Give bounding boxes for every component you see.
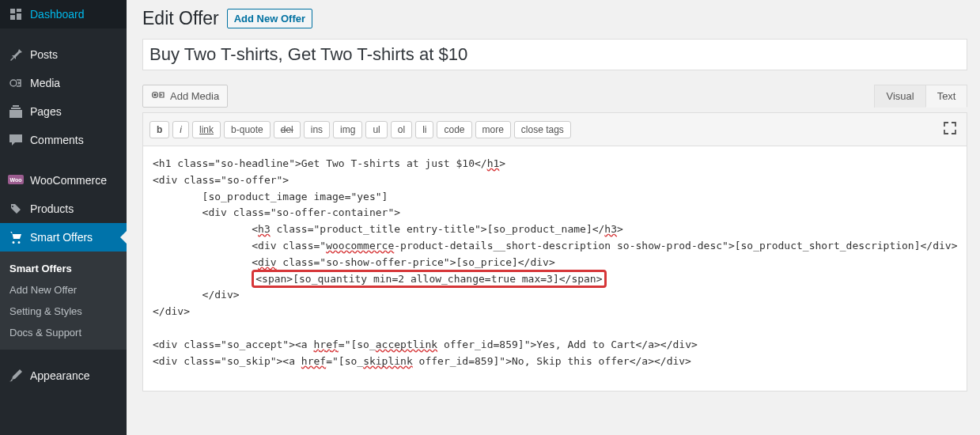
svg-text:Woo: Woo: [9, 177, 21, 183]
content-textarea[interactable]: <h1 class="so-headline">Get Two T-shirts…: [142, 146, 967, 392]
qt-link-button[interactable]: link: [192, 121, 221, 138]
sidebar-item-woocommerce[interactable]: Woo WooCommerce: [0, 166, 127, 195]
sidebar-item-label: Smart Offers: [30, 231, 93, 244]
highlighted-shortcode: <span>[so_quantity min=2 allow_change=tr…: [252, 270, 606, 288]
sidebar-item-appearance[interactable]: Appearance: [0, 361, 127, 390]
sidebar-item-dashboard[interactable]: Dashboard: [0, 0, 127, 28]
sidebar-item-pages[interactable]: Pages: [0, 97, 127, 126]
woocommerce-icon: Woo: [8, 172, 24, 188]
add-media-button[interactable]: Add Media: [142, 85, 228, 108]
sidebar-item-posts[interactable]: Posts: [0, 40, 127, 69]
sidebar-item-label: Dashboard: [30, 8, 85, 21]
admin-sidebar: Dashboard Posts Media Pages Comments Woo…: [0, 0, 127, 435]
add-media-label: Add Media: [170, 90, 219, 102]
dashboard-icon: [8, 6, 24, 22]
media-icon: [8, 75, 24, 91]
main-content: Edit Offer Add New Offer Add Media Visua…: [127, 0, 980, 435]
svg-point-4: [154, 94, 156, 96]
qt-li-button[interactable]: li: [415, 121, 433, 138]
qt-bold-button[interactable]: b: [149, 121, 169, 138]
qt-ul-button[interactable]: ul: [365, 121, 387, 138]
qt-del-button[interactable]: del: [274, 121, 301, 138]
editor-tabs: Visual Text: [875, 85, 967, 108]
sidebar-item-label: Posts: [30, 48, 58, 61]
submenu-item-setting-styles[interactable]: Setting & Styles: [0, 301, 127, 322]
sidebar-item-comments[interactable]: Comments: [0, 126, 127, 154]
submenu-item-add-new-offer[interactable]: Add New Offer: [0, 279, 127, 301]
sidebar-item-label: Appearance: [30, 369, 90, 382]
sidebar-separator: [0, 354, 127, 357]
qt-code-button[interactable]: code: [437, 121, 471, 138]
sidebar-separator: [0, 158, 127, 162]
brush-icon: [8, 368, 24, 384]
sidebar-item-label: WooCommerce: [30, 174, 107, 187]
qt-img-button[interactable]: img: [333, 121, 362, 138]
sidebar-submenu: Smart Offers Add New Offer Setting & Sty…: [0, 252, 127, 350]
editor-code-content: <h1 class="so-headline">Get Two T-shirts…: [153, 156, 957, 369]
qt-more-button[interactable]: more: [475, 121, 511, 138]
svg-point-0: [10, 80, 17, 86]
fullscreen-icon[interactable]: [940, 118, 960, 141]
page-title: Edit Offer: [142, 8, 219, 29]
qt-close-tags-button[interactable]: close tags: [514, 121, 571, 138]
comments-icon: [8, 132, 24, 148]
sidebar-item-label: Products: [30, 202, 74, 215]
qt-italic-button[interactable]: i: [172, 121, 189, 138]
tab-text[interactable]: Text: [925, 85, 968, 108]
sidebar-item-products[interactable]: Products: [0, 195, 127, 223]
tab-visual[interactable]: Visual: [874, 85, 925, 108]
submenu-item-smart-offers[interactable]: Smart Offers: [0, 258, 127, 279]
qt-ol-button[interactable]: ol: [391, 121, 412, 138]
pages-icon: [8, 104, 24, 119]
post-title-input[interactable]: [142, 39, 967, 70]
sidebar-item-smart-offers[interactable]: Smart Offers: [0, 223, 127, 252]
sidebar-separator: [0, 32, 127, 36]
products-icon: [8, 201, 24, 217]
pin-icon: [8, 47, 24, 62]
sidebar-item-label: Media: [30, 77, 60, 89]
submenu-item-docs-support[interactable]: Docs & Support: [0, 322, 127, 343]
qt-bquote-button[interactable]: b-quote: [224, 121, 271, 138]
page-header: Edit Offer Add New Offer: [142, 8, 967, 29]
sidebar-item-label: Comments: [30, 134, 84, 146]
camera-music-icon: [151, 89, 165, 103]
sidebar-item-label: Pages: [30, 105, 62, 118]
quicktags-toolbar: b i link b-quote del ins img ul ol li co…: [142, 112, 967, 146]
cart-icon: [8, 229, 24, 245]
add-new-offer-button[interactable]: Add New Offer: [227, 9, 312, 28]
qt-ins-button[interactable]: ins: [304, 121, 330, 138]
sidebar-item-media[interactable]: Media: [0, 69, 127, 97]
